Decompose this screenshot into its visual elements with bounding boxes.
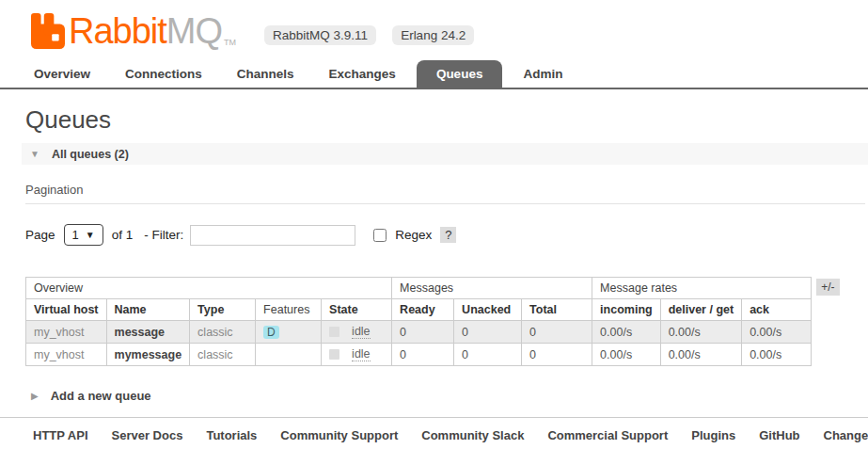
col-total[interactable]: Total xyxy=(522,299,592,321)
col-name[interactable]: Name xyxy=(106,299,190,321)
tab-admin[interactable]: Admin xyxy=(509,61,576,88)
cell-type: classic xyxy=(190,321,256,344)
tab-overview[interactable]: Overview xyxy=(20,61,104,88)
all-queues-label: All queues (2) xyxy=(52,148,129,161)
pagination-heading: Pagination xyxy=(25,183,865,204)
cell-deliver-get: 0.00/s xyxy=(660,321,741,344)
add-queue-label: Add a new queue xyxy=(51,389,151,403)
cell-deliver-get: 0.00/s xyxy=(660,344,741,366)
cell-ack: 0.00/s xyxy=(742,344,812,366)
logo-trademark: TM xyxy=(224,38,236,47)
page-label: Page xyxy=(25,228,55,242)
cell-unacked: 0 xyxy=(454,344,522,366)
cell-vhost: my_vhost xyxy=(26,344,107,366)
toggle-columns-button[interactable]: +/- xyxy=(816,279,839,296)
cell-total: 0 xyxy=(522,344,592,366)
footer: HTTP API Server Docs Tutorials Community… xyxy=(0,417,868,442)
regex-label: Regex xyxy=(395,228,432,242)
state-indicator-icon xyxy=(329,349,339,360)
pagination-controls: Page 1 ▼ of 1 - Filter: Regex ? xyxy=(25,224,868,246)
footer-link-tutorials[interactable]: Tutorials xyxy=(206,428,257,442)
col-features: Features xyxy=(256,299,322,321)
tab-queues[interactable]: Queues xyxy=(417,60,503,88)
col-ready[interactable]: Ready xyxy=(392,299,454,321)
filter-label: - Filter: xyxy=(144,228,183,242)
page-select-value: 1 xyxy=(72,228,79,242)
regex-checkbox[interactable] xyxy=(373,229,387,242)
col-incoming[interactable]: incoming xyxy=(592,299,661,321)
col-ack[interactable]: ack xyxy=(742,299,812,321)
header: RabbitMQ TM RabbitMQ 3.9.11 Erlang 24.2 xyxy=(0,0,868,50)
add-queue-toggle[interactable]: ▶ Add a new queue xyxy=(25,389,868,403)
state-label: idle xyxy=(352,347,370,361)
table-row: my_vhost message classic D idle 0 0 0 0.… xyxy=(26,321,812,344)
col-unacked[interactable]: Unacked xyxy=(454,299,522,321)
page-select[interactable]: 1 ▼ xyxy=(64,224,103,246)
cell-type: classic xyxy=(190,344,256,366)
footer-link-github[interactable]: GitHub xyxy=(759,428,799,442)
cell-unacked: 0 xyxy=(454,321,522,344)
col-type[interactable]: Type xyxy=(190,299,256,321)
rabbitmq-version-badge: RabbitMQ 3.9.11 xyxy=(264,25,376,45)
rabbitmq-logo-text: RabbitMQ xyxy=(69,12,222,50)
queue-name-link[interactable]: message xyxy=(106,321,190,344)
durable-feature-badge: D xyxy=(263,326,279,339)
table-header-row: Virtual host Name Type Features State Re… xyxy=(26,299,812,321)
erlang-version-badge: Erlang 24.2 xyxy=(392,25,474,45)
cell-total: 0 xyxy=(522,321,592,344)
all-queues-toggle[interactable]: ▼ All queues (2) xyxy=(22,143,868,165)
table-group-header-row: Overview Messages Message rates xyxy=(26,278,812,299)
col-deliver-get[interactable]: deliver / get xyxy=(660,299,741,321)
regex-help-button[interactable]: ? xyxy=(440,227,456,243)
col-virtual-host[interactable]: Virtual host xyxy=(26,299,107,321)
page-count-label: of 1 xyxy=(112,228,134,242)
table-row: my_vhost mymessage classic idle 0 0 0 0.… xyxy=(26,344,812,366)
footer-link-changelog[interactable]: Changelog xyxy=(824,428,868,442)
main-content: Queues ▼ All queues (2) Pagination Page … xyxy=(0,105,868,403)
footer-link-http-api[interactable]: HTTP API xyxy=(33,428,88,442)
tab-bar: Overview Connections Channels Exchanges … xyxy=(0,60,868,89)
cell-ready: 0 xyxy=(392,344,454,366)
cell-incoming: 0.00/s xyxy=(592,321,661,344)
rabbitmq-logo-icon xyxy=(31,12,65,50)
footer-link-community-support[interactable]: Community Support xyxy=(280,428,398,442)
tab-connections[interactable]: Connections xyxy=(111,61,216,88)
cell-vhost: my_vhost xyxy=(26,321,107,344)
footer-link-community-slack[interactable]: Community Slack xyxy=(421,428,524,442)
cell-ack: 0.00/s xyxy=(742,321,812,344)
state-indicator-icon xyxy=(329,327,339,337)
page-title: Queues xyxy=(25,105,868,135)
cell-incoming: 0.00/s xyxy=(592,344,661,366)
chevron-down-icon: ▼ xyxy=(86,230,95,240)
tab-exchanges[interactable]: Exchanges xyxy=(315,61,410,88)
logo-text-secondary: MQ xyxy=(166,11,222,51)
group-messages: Messages xyxy=(392,278,592,299)
chevron-right-icon: ▶ xyxy=(31,391,39,401)
queue-name-link[interactable]: mymessage xyxy=(106,344,190,366)
footer-link-commercial-support[interactable]: Commercial Support xyxy=(547,428,668,442)
group-overview: Overview xyxy=(26,278,392,299)
chevron-down-icon: ▼ xyxy=(22,149,39,159)
queues-table: Overview Messages Message rates Virtual … xyxy=(25,277,812,366)
group-message-rates: Message rates xyxy=(592,278,812,299)
state-label: idle xyxy=(352,325,370,339)
logo-text-primary: Rabbit xyxy=(69,11,166,51)
tab-channels[interactable]: Channels xyxy=(223,61,308,88)
filter-input[interactable] xyxy=(190,225,355,246)
cell-ready: 0 xyxy=(392,321,454,344)
footer-link-server-docs[interactable]: Server Docs xyxy=(112,428,183,442)
col-state[interactable]: State xyxy=(322,299,392,321)
footer-link-plugins[interactable]: Plugins xyxy=(691,428,735,442)
